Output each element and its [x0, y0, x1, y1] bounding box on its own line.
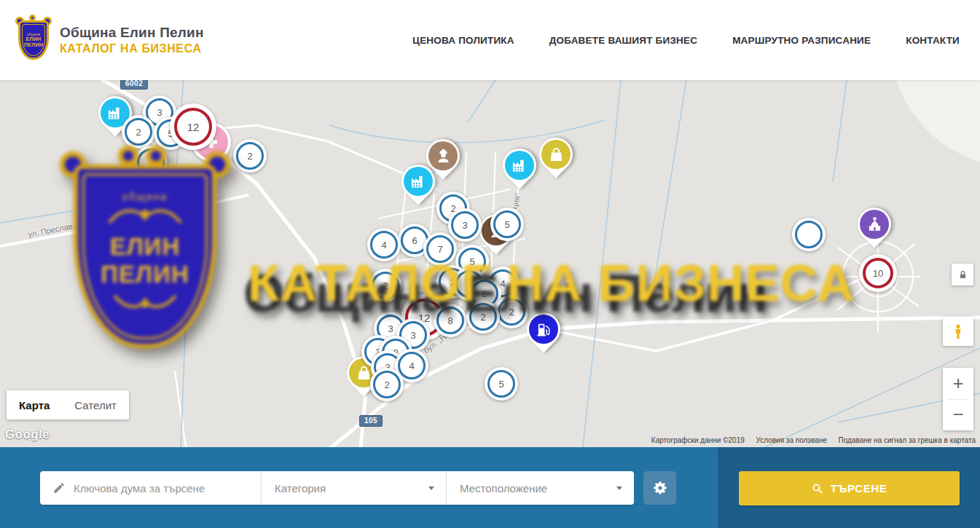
site-title: Община Елин Пелин [60, 25, 204, 41]
cluster-marker[interactable]: 2 [122, 115, 155, 149]
cluster-count: 5 [487, 370, 515, 398]
chevron-down-icon [616, 486, 622, 490]
cluster-marker[interactable] [792, 218, 826, 251]
attribution-terms-link[interactable]: Условия за ползване [756, 436, 827, 444]
bag-icon [546, 145, 566, 165]
cluster-marker[interactable]: 2 [233, 139, 267, 173]
map-type-control: Карта Сателит [7, 390, 129, 419]
pegman-button[interactable] [943, 317, 973, 346]
gear-icon [652, 480, 668, 496]
pin-dot [860, 210, 889, 239]
nav-item-2[interactable]: ДОБАВЕТЕ ВАШИЯТ БИЗНЕС [549, 35, 697, 46]
map-canvas[interactable]: ул. Преславбул. „Новоселция"6002105 3251… [0, 80, 980, 447]
header: община ЕЛИН ПЕЛИН Община Елин Пелин КАТА… [0, 0, 980, 80]
keyword-input[interactable] [74, 482, 248, 494]
cluster-marker[interactable]: 5 [490, 208, 524, 241]
cluster-count [795, 221, 823, 248]
cluster-marker[interactable]: 12 [170, 103, 216, 150]
lock-icon [957, 269, 968, 280]
factory-icon [106, 103, 125, 123]
pin-dot [428, 141, 458, 170]
road-badge: 6002 [120, 80, 148, 90]
search-bar-right: ТЪРСЕНЕ [718, 447, 980, 528]
watermark-crest-top-text: община [122, 191, 168, 202]
search-icon [811, 482, 823, 494]
main-nav: ЦЕНОВА ПОЛИТИКАДОБАВЕТЕ ВАШИЯТ БИЗНЕСМАР… [412, 35, 960, 46]
cluster-marker[interactable]: 3 [448, 208, 482, 242]
municipality-crest-icon: община ЕЛИН ПЕЛИН [16, 17, 51, 63]
lock-button[interactable] [952, 264, 973, 285]
pin-dot [404, 167, 433, 196]
pegman-icon [950, 323, 966, 340]
cluster-count: 5 [493, 210, 521, 238]
attribution-copyright: Картографски данни ©2019 [651, 436, 745, 444]
search-button[interactable]: ТЪРСЕНЕ [739, 471, 960, 505]
cluster-count: 2 [236, 142, 264, 170]
watermark-crest-line2: ПЕЛИН [101, 261, 189, 288]
search-bar-left: Категория Местоположение [0, 447, 718, 528]
cluster-count: 2 [373, 371, 401, 398]
nav-item-3[interactable]: МАРШРУТНО РАЗПИСАНИЕ [732, 35, 871, 46]
zoom-control: + − [943, 368, 973, 430]
zoom-out-button[interactable]: − [943, 400, 973, 431]
road-badge: 105 [359, 415, 383, 427]
cluster-marker[interactable]: 2 [370, 368, 404, 401]
site-subtitle: КАТАЛОГ НА БИЗНЕСА [60, 42, 204, 55]
location-select[interactable]: Местоположение [446, 471, 634, 505]
crest-flourish-bottom [110, 291, 180, 312]
nav-item-4[interactable]: КОНТАКТИ [906, 35, 960, 46]
map-type-satellite-button[interactable]: Сателит [62, 390, 129, 419]
worker-icon [434, 146, 453, 166]
crest-flourish [105, 205, 185, 229]
keyword-segment [40, 471, 261, 505]
pin-dot [541, 140, 571, 169]
church-icon [865, 215, 885, 235]
page: община ЕЛИН ПЕЛИН Община Елин Пелин КАТА… [0, 0, 980, 528]
cluster-count: 3 [451, 211, 479, 239]
pencil-icon [52, 481, 66, 494]
cluster-count: 10 [863, 258, 893, 288]
pin-dot [505, 151, 534, 180]
brand-logo[interactable]: община ЕЛИН ПЕЛИН Община Елин Пелин КАТА… [16, 17, 204, 63]
factory-icon [409, 172, 428, 192]
watermark-crest-line1: ЕЛИН [110, 233, 181, 261]
advanced-search-button[interactable] [643, 471, 676, 505]
search-input-group: Категория Местоположение [40, 471, 634, 505]
nav-item-1[interactable]: ЦЕНОВА ПОЛИТИКА [412, 35, 514, 46]
cluster-count: 12 [174, 108, 212, 146]
attribution-report-link[interactable]: Подаване на сигнал за грешка в картата [839, 436, 976, 444]
chevron-down-icon [428, 486, 434, 490]
crest-name-line1: ЕЛИН [26, 36, 42, 42]
map-attribution: Картографски данни ©2019 Условия за полз… [642, 436, 976, 444]
category-select[interactable]: Категория [261, 471, 446, 505]
cluster-count: 4 [398, 352, 426, 379]
cluster-count: 2 [125, 118, 152, 146]
watermark-subtitle: КАТАЛОГ НА БИЗНЕСА [248, 253, 855, 312]
factory-icon [510, 156, 530, 176]
watermark-crest: община ЕЛИН ПЕЛИН [61, 153, 229, 360]
cluster-marker[interactable]: 10 [859, 254, 897, 292]
zoom-in-button[interactable]: + [943, 368, 973, 399]
cluster-marker[interactable]: 5 [485, 367, 518, 401]
search-bar: Категория Местоположение ТЪРСЕНЕ [0, 447, 980, 528]
map-type-map-button[interactable]: Карта [7, 390, 62, 419]
crest-name-line2: ПЕЛИН [24, 42, 43, 48]
google-logo[interactable]: Google [5, 427, 50, 442]
